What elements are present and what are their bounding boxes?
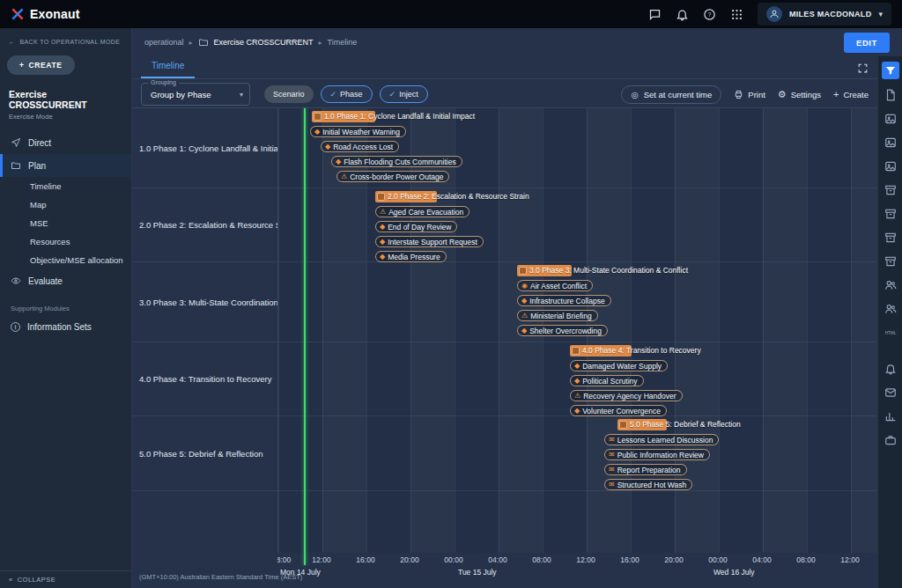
grouping-select[interactable]: Grouping Group by Phase ▾ [141,83,250,106]
inject-chip[interactable]: ◉Air Asset Conflict [517,280,593,291]
bell-icon[interactable] [883,361,898,377]
back-to-operational-button[interactable]: ← BACK TO OPERATIONAL MODE [0,28,131,45]
inject-label: Road Access Lost [333,143,393,151]
breadcrumb-item-exercise[interactable]: Exercise CROSSCURRENT [214,38,314,47]
image-icon[interactable] [883,158,898,174]
evaluate-label: Evaluate [28,276,63,286]
archive-icon[interactable] [883,230,898,246]
axis-tick: 08:00 [277,555,291,564]
inject-label: Media Pressure [388,253,440,261]
current-time-line[interactable] [304,108,306,565]
archive-icon[interactable] [883,254,898,269]
axis-tick: 20:00 [664,555,683,564]
inject-chip[interactable]: ✉Lessons Learned Discussion [604,434,719,445]
gantt-group-label[interactable]: 1.0 Phase 1: Cyclone Landfall & Initia..… [132,108,277,188]
help-icon[interactable]: ? [703,8,716,21]
folder-icon [11,160,21,171]
inject-chip[interactable]: ✉Structured Hot Wash [604,479,692,490]
topbar-actions: ? MILES MACDONALD ▾ [648,3,891,26]
breadcrumb-item-timeline[interactable]: Timeline [328,38,358,47]
folder-icon [198,37,209,48]
file-icon[interactable] [883,87,898,103]
inject-chip[interactable]: ◆Interstate Support Request [375,236,484,247]
sidebar-item-timeline[interactable]: Timeline [0,177,131,195]
gantt-group-label[interactable]: 3.0 Phase 3: Multi-State Coordination... [132,262,277,342]
filter-icon[interactable] [882,62,899,79]
diamond-icon: ◆ [521,327,527,334]
inject-label: Initial Weather Warning [322,128,400,136]
sidebar-item-map[interactable]: Map [0,195,131,214]
tab-timeline[interactable]: Timeline [141,55,195,78]
inject-chip[interactable]: ✉Report Preparation [604,464,687,475]
sidebar-item-resources[interactable]: Resources [0,232,131,251]
plan-submenu: TimelineMapMSEResourcesObjective/MSE all… [0,177,131,269]
inject-chip[interactable]: ◆Media Pressure [375,251,447,262]
breadcrumb-item-operational[interactable]: operational [144,38,184,47]
gear-icon: ⚙ [778,90,787,99]
supporting-modules-label: Supporting Modules [0,292,131,316]
collapse-sidebar-button[interactable]: « COLLAPSE [0,570,131,588]
inject-chip[interactable]: ◆Shelter Overcrowding [517,325,608,336]
mail-icon[interactable] [883,385,898,401]
users-icon[interactable] [883,277,898,293]
sidebar-item-information-sets[interactable]: i Information Sets [0,316,131,338]
gantt-chart-viewport: 1.0 Phase 1: Cyclone Landfall & Initial … [277,108,877,553]
inject-chip[interactable]: ◆Flash Flooding Cuts Communities [331,156,462,167]
inject-chip[interactable]: ⚠Ministerial Briefing [517,310,598,321]
gantt-group-label[interactable]: 4.0 Phase 4: Transition to Recovery [132,342,277,416]
inject-chip[interactable]: ⚠Cross-border Power Outage [336,171,449,182]
chip-scenario[interactable]: Scenario [264,85,314,103]
gantt-group-label[interactable]: 2.0 Phase 2: Escalation & Resource S... [132,188,277,262]
html-icon[interactable]: HTML [883,325,898,341]
phase-bar-label: 5.0 Phase 5: Debrief & Reflection [630,419,741,430]
apps-grid-icon[interactable] [730,8,743,21]
filter-chips: Scenario✓Phase✓Inject [264,85,428,103]
app-logo[interactable]: Exonaut [11,7,80,21]
inject-chip[interactable]: ◆Political Scrutiny [570,375,644,386]
mail-icon: ✉ [609,452,615,459]
inject-chip[interactable]: ◆Volunteer Convergence [570,405,667,416]
inject-chip[interactable]: ⚠Aged Care Evacuation [375,206,469,217]
phase-icon [519,267,527,275]
notifications-bell-icon[interactable] [676,8,689,21]
chip-phase[interactable]: ✓Phase [321,85,373,103]
briefcase-icon[interactable] [883,432,898,448]
inject-label: Air Asset Conflict [530,282,587,290]
set-at-current-time-button[interactable]: ◎ Set at current time [621,85,721,104]
settings-button[interactable]: ⚙ Settings [778,90,821,99]
gantt-group-label[interactable]: 5.0 Phase 5: Debrief & Reflection [132,416,277,491]
inject-chip[interactable]: ◆Infrastructure Collapse [517,295,611,306]
fullscreen-icon[interactable] [857,62,869,73]
inject-chip[interactable]: ◆End of Day Review [375,221,457,232]
user-menu[interactable]: MILES MACDONALD ▾ [758,3,891,26]
inject-chip[interactable]: ◆Road Access Lost [321,141,399,152]
archive-icon[interactable] [883,206,898,222]
sidebar-item-objective-mse-allocation[interactable]: Objective/MSE allocation [0,251,131,269]
print-label: Print [748,90,765,99]
inject-chip[interactable]: ◆Damaged Water Supply [570,360,668,371]
inject-chip[interactable]: ◆Initial Weather Warning [310,126,406,137]
chip-inject[interactable]: ✓Inject [380,85,428,103]
image-icon[interactable] [883,135,898,151]
alert-icon: ◉ [521,283,528,290]
inject-chip[interactable]: ✉Public Information Review [604,449,710,460]
sidebar-item-mse[interactable]: MSE [0,214,131,232]
sidebar-item-evaluate[interactable]: Evaluate [0,269,131,292]
inject-chip[interactable]: ⚠Recovery Agency Handover [570,390,683,401]
create-inject-button[interactable]: + Create [833,90,869,99]
sidebar-item-direct[interactable]: Direct [0,131,131,154]
plan-label: Plan [28,161,46,171]
mail-icon: ✉ [609,481,615,489]
create-button[interactable]: + CREATE [7,55,75,75]
chart-icon[interactable] [883,408,898,424]
sidebar-item-plan[interactable]: Plan [0,154,131,177]
users-icon[interactable] [883,301,898,317]
user-name: MILES MACDONALD [789,10,872,18]
archive-icon[interactable] [883,182,898,198]
edit-button[interactable]: EDIT [844,33,890,53]
print-button[interactable]: Print [734,90,765,99]
image-icon[interactable] [883,111,898,127]
chat-icon[interactable] [648,8,662,21]
inject-label: Lessons Learned Discussion [617,436,713,445]
axis-tick: 12:00 [840,555,859,564]
